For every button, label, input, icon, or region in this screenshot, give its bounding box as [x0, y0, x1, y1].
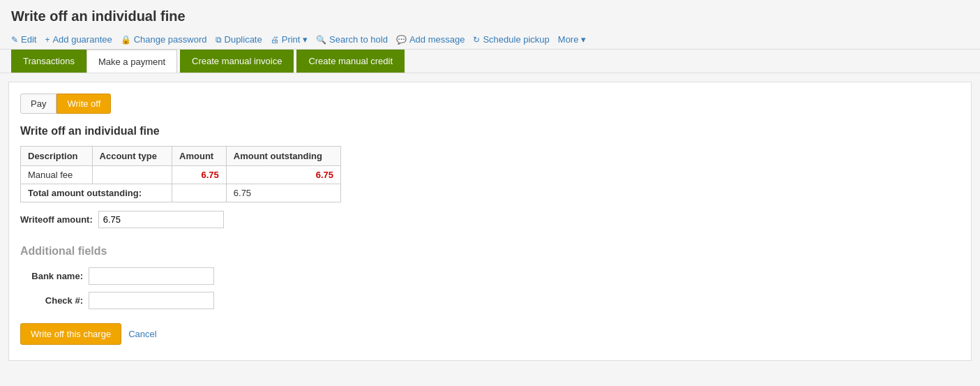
toolbar-message-label: Add message: [409, 34, 465, 45]
bank-name-input[interactable]: [89, 267, 214, 285]
additional-fields-section: Additional fields Bank name: Check #:: [20, 245, 960, 309]
toolbar-schedule-label: Schedule pickup: [483, 34, 549, 45]
col-description: Description: [21, 147, 93, 166]
total-value: 6.75: [226, 184, 340, 202]
bank-name-row: Bank name:: [20, 267, 960, 285]
total-spacer: [172, 184, 227, 202]
toolbar-change-password[interactable]: 🔒 Change password: [121, 34, 207, 45]
cancel-button[interactable]: Cancel: [128, 329, 156, 339]
total-row: Total amount outstanding: 6.75: [21, 184, 341, 202]
toolbar-print[interactable]: 🖨 Print ▾: [271, 34, 308, 45]
write-off-charge-button[interactable]: Write off this charge: [20, 323, 121, 345]
cell-amount: 6.75: [172, 166, 227, 184]
cell-description: Manual fee: [21, 166, 93, 184]
edit-icon: ✎: [11, 35, 18, 45]
toolbar-more[interactable]: More ▾: [558, 34, 586, 45]
section-title: Write off an individual fine: [20, 125, 960, 138]
table-row: Manual fee 6.75 6.75: [21, 166, 341, 184]
cell-amount-outstanding: 6.75: [226, 166, 340, 184]
toolbar-search-label: Search to hold: [329, 34, 388, 45]
subtab-pay[interactable]: Pay: [20, 94, 56, 114]
bank-name-label: Bank name:: [20, 271, 83, 281]
toolbar-edit[interactable]: ✎ Edit: [11, 34, 36, 45]
toolbar-edit-label: Edit: [21, 34, 36, 45]
print-icon: 🖨: [271, 35, 279, 45]
writeoff-amount-row: Writeoff amount:: [20, 211, 960, 228]
tab-bar: Transactions Make a payment Create manua…: [0, 50, 980, 73]
col-amount: Amount: [172, 147, 227, 166]
toolbar-duplicate-label: Duplicate: [225, 34, 262, 45]
toolbar-change-password-label: Change password: [134, 34, 207, 45]
tab-make-payment[interactable]: Make a payment: [86, 50, 177, 73]
subtab-write-off[interactable]: Write off: [56, 94, 111, 114]
plus-icon: +: [45, 35, 50, 45]
toolbar-add-guarantee-label: Add guarantee: [52, 34, 112, 45]
action-row: Write off this charge Cancel: [20, 323, 960, 345]
toolbar-more-label: More ▾: [558, 34, 586, 45]
check-number-row: Check #:: [20, 292, 960, 309]
toolbar-schedule-pickup[interactable]: ↻ Schedule pickup: [473, 34, 549, 45]
toolbar: ✎ Edit + Add guarantee 🔒 Change password…: [0, 30, 980, 50]
page-header: Write off an individual fine: [0, 0, 980, 30]
writeoff-amount-label: Writeoff amount:: [20, 214, 93, 225]
fine-table: Description Account type Amount Amount o…: [20, 146, 341, 202]
cell-account-type: [92, 166, 172, 184]
toolbar-add-guarantee[interactable]: + Add guarantee: [45, 34, 112, 45]
check-number-input[interactable]: [89, 292, 214, 309]
additional-fields-title: Additional fields: [20, 245, 960, 258]
check-number-label: Check #:: [20, 295, 83, 306]
total-label: Total amount outstanding:: [21, 184, 172, 202]
toolbar-add-message[interactable]: 💬 Add message: [396, 34, 465, 45]
tab-create-invoice[interactable]: Create manual invoice: [180, 50, 294, 73]
toolbar-print-label: Print ▾: [282, 34, 308, 45]
tab-create-credit[interactable]: Create manual credit: [296, 50, 405, 73]
col-amount-outstanding: Amount outstanding: [226, 147, 340, 166]
toolbar-duplicate[interactable]: ⧉ Duplicate: [216, 34, 262, 45]
writeoff-amount-input[interactable]: [98, 211, 224, 228]
lock-icon: 🔒: [121, 35, 131, 45]
subtab-bar: Pay Write off: [20, 94, 960, 114]
tab-transactions[interactable]: Transactions: [11, 50, 86, 73]
search-icon: 🔍: [316, 35, 326, 45]
duplicate-icon: ⧉: [216, 35, 222, 45]
toolbar-search-to-hold[interactable]: 🔍 Search to hold: [316, 34, 388, 45]
col-account-type: Account type: [92, 147, 172, 166]
schedule-icon: ↻: [473, 35, 480, 45]
message-icon: 💬: [396, 35, 407, 45]
page-title: Write off an individual fine: [11, 8, 969, 24]
main-content: Pay Write off Write off an individual fi…: [8, 82, 972, 361]
